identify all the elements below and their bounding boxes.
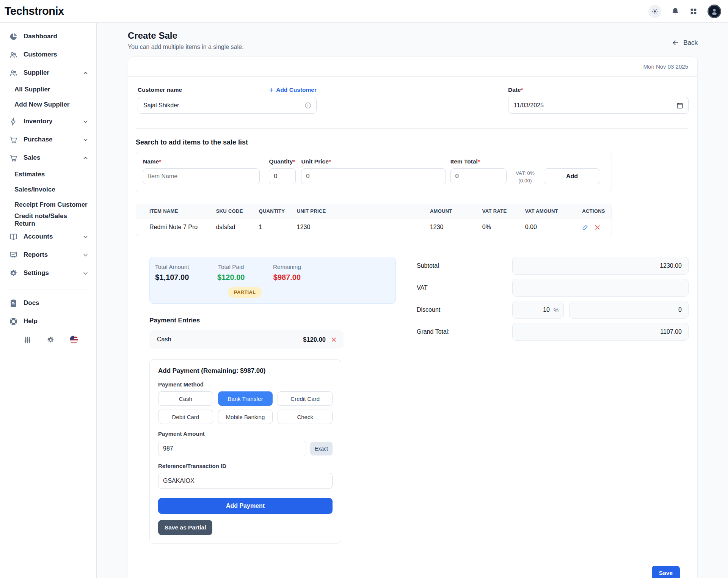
- chevron-up-icon: [82, 70, 89, 76]
- users-icon: [9, 50, 18, 59]
- add-customer-button[interactable]: Add Customer: [268, 86, 317, 93]
- book-icon: [9, 232, 18, 241]
- method-mobile-banking-button[interactable]: Mobile Banking: [218, 410, 273, 424]
- quantity-label: Quantity: [269, 158, 293, 165]
- exact-amount-button[interactable]: Exact: [310, 442, 333, 455]
- col-actions: ACTIONS: [578, 204, 612, 218]
- customer-name-label: Customer name: [138, 86, 182, 93]
- unit-price-label: Unit Price: [301, 158, 328, 165]
- payment-entries-title: Payment Entries: [149, 317, 396, 324]
- us-flag-icon[interactable]: [70, 336, 78, 344]
- save-as-partial-button[interactable]: Save as Partial: [158, 520, 212, 535]
- sidebar-item-sales[interactable]: Sales: [0, 149, 96, 167]
- cell-item-name: Redmi Note 7 Pro: [136, 218, 212, 236]
- sidebar-item-add-new-supplier[interactable]: Add New Supplier: [0, 97, 96, 112]
- sidebar-item-customers[interactable]: Customers: [0, 46, 96, 64]
- user-avatar[interactable]: [708, 5, 721, 18]
- sidebar-item-help[interactable]: Help: [0, 312, 96, 330]
- cell-sku: dsfsfsd: [212, 218, 255, 236]
- clipboard-icon: [9, 299, 18, 308]
- vat-label: VAT: [417, 284, 512, 291]
- method-cash-button[interactable]: Cash: [158, 391, 213, 406]
- users-icon: [9, 69, 18, 77]
- cell-amount: 1230: [426, 218, 479, 236]
- brand-logo: Techstronix: [5, 5, 64, 17]
- theme-toggle-button[interactable]: [648, 5, 661, 18]
- method-bank-transfer-button[interactable]: Bank Transfer: [218, 391, 273, 406]
- item-total-input[interactable]: [450, 168, 507, 184]
- remove-payment-icon[interactable]: [331, 337, 337, 342]
- remaining-value: $987.00: [273, 273, 301, 282]
- discount-label: Discount: [417, 306, 512, 313]
- edit-item-icon[interactable]: [582, 224, 588, 231]
- sidebar-item-settings[interactable]: Settings: [0, 264, 96, 282]
- sidebar-item-sales-invoice[interactable]: Sales/Invoice: [0, 182, 96, 197]
- subtotal-input[interactable]: [512, 257, 689, 275]
- method-check-button[interactable]: Check: [278, 410, 333, 424]
- cell-vat-amount: 0.00: [521, 218, 578, 236]
- sliders-icon[interactable]: [24, 336, 31, 344]
- table-row: Redmi Note 7 Pro dsfsfsd 1 1230 1230 0% …: [136, 218, 612, 236]
- unit-price-input[interactable]: [301, 168, 446, 184]
- reference-input[interactable]: [158, 473, 333, 489]
- item-name-input[interactable]: [143, 168, 260, 184]
- vat-input[interactable]: [512, 279, 689, 297]
- save-button[interactable]: Save: [652, 566, 680, 578]
- back-button[interactable]: Back: [672, 35, 698, 50]
- sidebar-item-inventory[interactable]: Inventory: [0, 112, 96, 130]
- lifebuoy-icon: [9, 317, 18, 326]
- method-credit-card-button[interactable]: Credit Card: [278, 391, 333, 406]
- sidebar-item-dashboard[interactable]: Dashboard: [0, 27, 96, 46]
- plus-icon: [268, 87, 274, 93]
- sidebar-item-reports[interactable]: Reports: [0, 246, 96, 264]
- payment-summary-box: Total Amount $1,107.00 Total Paid $120.0…: [149, 257, 396, 304]
- add-payment-button[interactable]: Add Payment: [158, 498, 333, 514]
- sidebar-item-docs[interactable]: Docs: [0, 294, 96, 312]
- grand-total-label: Grand Total:: [417, 328, 512, 335]
- sidebar: Dashboard Customers Supplier All Supplie…: [0, 23, 97, 578]
- chevron-down-icon: [82, 270, 89, 276]
- sidebar-item-supplier[interactable]: Supplier: [0, 64, 96, 82]
- subtotal-label: Subtotal: [417, 262, 512, 269]
- cart-icon: [9, 135, 18, 144]
- customer-name-input[interactable]: [138, 97, 317, 114]
- sidebar-item-estimates[interactable]: Estimates: [0, 167, 96, 182]
- col-quantity: QUANTITY: [255, 204, 293, 218]
- total-paid-label: Total Paid: [217, 264, 245, 270]
- add-item-button[interactable]: Add: [544, 168, 600, 184]
- percent-sign: %: [554, 306, 559, 313]
- payment-entry-amount: $120.00: [303, 336, 326, 343]
- date-input[interactable]: [508, 97, 689, 114]
- header-icon-group: [648, 5, 721, 18]
- add-payment-box: Add Payment (Remaining: $987.00) Payment…: [149, 359, 341, 544]
- main-content: Create Sale You can add multiple items i…: [97, 23, 728, 578]
- sidebar-item-receipt-from-customer[interactable]: Receipt From Customer: [0, 197, 96, 212]
- cell-unit-price: 1230: [293, 218, 426, 236]
- sidebar-item-purchase[interactable]: Purchase: [0, 130, 96, 149]
- quantity-input[interactable]: [269, 168, 296, 184]
- discount-amount-input[interactable]: [569, 301, 689, 319]
- sale-date-display: Mon Nov 03 2025: [643, 63, 688, 70]
- grand-total-input[interactable]: [512, 323, 689, 341]
- sidebar-item-accounts[interactable]: Accounts: [0, 228, 96, 246]
- payment-amount-input[interactable]: [158, 441, 306, 456]
- apps-grid-icon[interactable]: [689, 7, 698, 16]
- status-badge: PARTIAL: [228, 287, 262, 298]
- presentation-chart-icon: [9, 251, 18, 259]
- cell-quantity: 1: [255, 218, 293, 236]
- col-item-name: ITEM NAME: [136, 204, 212, 218]
- info-icon[interactable]: [304, 102, 312, 109]
- method-debit-card-button[interactable]: Debit Card: [158, 410, 213, 424]
- app-header: Techstronix: [0, 0, 728, 23]
- delete-item-icon[interactable]: [594, 224, 601, 231]
- item-search-section-title: Search to add items to the sale list: [136, 138, 689, 146]
- gear-icon[interactable]: [47, 336, 55, 344]
- notifications-bell-icon[interactable]: [671, 7, 679, 16]
- sidebar-item-credit-note-sales-return[interactable]: Credit note/Sales Return: [0, 212, 96, 228]
- create-sale-card: Mon Nov 03 2025 Customer name Add Custom…: [128, 57, 698, 578]
- sidebar-item-all-supplier[interactable]: All Supplier: [0, 82, 96, 97]
- col-amount: AMOUNT: [426, 204, 479, 218]
- remaining-label: Remaining: [273, 264, 301, 270]
- cell-vat-rate: 0%: [479, 218, 521, 236]
- calendar-icon[interactable]: [676, 102, 684, 109]
